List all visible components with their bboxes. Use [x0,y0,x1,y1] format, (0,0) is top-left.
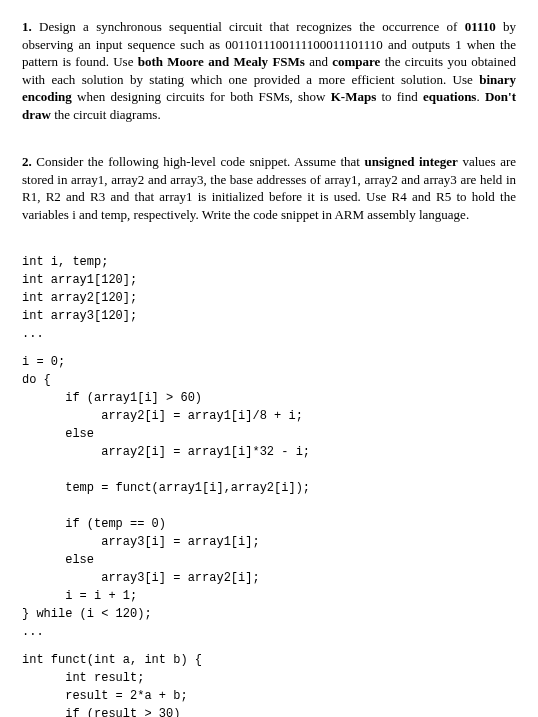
q1-bothfsms: both Moore and Mealy FSMs [138,54,305,69]
q1-period: . [476,89,484,104]
q1-kmaps: K-Maps [331,89,377,104]
q2-number: 2. [22,154,32,169]
q1-binary-tail: when designing circuits for both FSMs, s… [72,89,331,104]
q1-equations: equations [423,89,476,104]
question-1: 1. Design a synchronous sequential circu… [22,18,516,123]
q1-and: and [305,54,332,69]
code-body: i = 0; do { if (array1[i] > 60) array2[i… [22,353,516,641]
code-function: int funct(int a, int b) { int result; re… [22,651,516,717]
q1-kmaps-tail: to find [376,89,423,104]
q2-unsigned: unsigned integer [365,154,458,169]
q2-text-a: Consider the following high-level code s… [32,154,365,169]
q1-compare: compare [332,54,380,69]
code-declarations: int i, temp; int array1[120]; int array2… [22,253,516,343]
q1-donttail: the circuit diagrams. [51,107,161,122]
q1-pattern: 01110 [465,19,496,34]
q1-text-a: Design a synchronous sequential circuit … [32,19,465,34]
q1-number: 1. [22,19,32,34]
question-2: 2. Consider the following high-level cod… [22,153,516,223]
